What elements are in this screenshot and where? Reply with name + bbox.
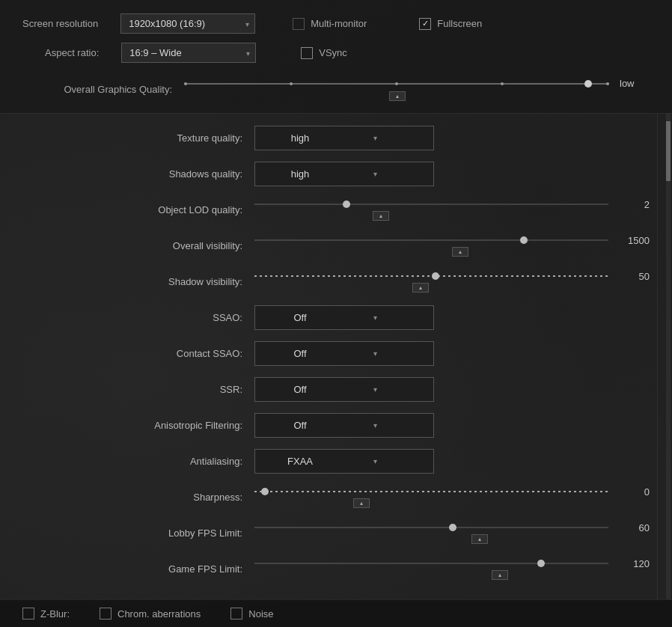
shadows-quality-control: high▾ xyxy=(254,162,650,186)
overall-visibility-slider-track[interactable] xyxy=(254,239,608,241)
shadow-visibility-slider-track[interactable] xyxy=(254,275,608,277)
scrollbar-thumb[interactable] xyxy=(666,121,671,181)
lobby-fps-slider-thumb[interactable] xyxy=(449,524,456,531)
antialiasing-dropdown-btn[interactable]: FXAA▾ xyxy=(254,449,434,474)
z-blur-label: Z-Blur: xyxy=(40,608,70,620)
overall-quality-dots xyxy=(184,82,609,85)
lobby-fps-slider-container: 60▴ xyxy=(254,522,650,544)
sharpness-expand-btn[interactable]: ▴ xyxy=(353,498,370,508)
contact-ssao-label: Contact SSAO: xyxy=(90,348,254,359)
scrollbar-area[interactable] xyxy=(657,114,672,599)
sharpness-slider-thumb[interactable] xyxy=(261,488,269,495)
vsync-checkbox[interactable] xyxy=(301,47,313,59)
shadow-visibility-control: 50▴ xyxy=(254,271,650,293)
ssr-dropdown-btn[interactable]: Off▾ xyxy=(254,377,434,402)
aspect-ratio-select[interactable]: 16:9 – Wide xyxy=(121,43,256,63)
overall-quality-thumb[interactable] xyxy=(584,80,592,88)
overall-visibility-control: 1500▴ xyxy=(254,235,650,257)
game-fps-slider-value: 120 xyxy=(616,558,650,569)
ssao-dropdown-btn[interactable]: Off▾ xyxy=(254,305,434,330)
fullscreen-checkbox[interactable] xyxy=(419,18,431,30)
multi-monitor-group[interactable]: Multi-monitor xyxy=(293,18,367,30)
shadow-visibility-label: Shadow visibility: xyxy=(90,276,254,287)
shadows-quality-arrow-icon: ▾ xyxy=(337,170,412,178)
texture-quality-dropdown-btn[interactable]: high▾ xyxy=(254,126,434,150)
overall-visibility-expand-btn[interactable]: ▴ xyxy=(452,247,468,257)
settings-container: Screen resolution 1920x1080 (16:9) ▾ Mul… xyxy=(0,0,672,627)
setting-row-anisotropic-filtering: Anisotropic Filtering:Off▾ xyxy=(90,407,657,443)
game-fps-expand-btn[interactable]: ▴ xyxy=(492,570,508,580)
sharpness-label: Sharpness: xyxy=(90,492,254,503)
z-blur-group[interactable]: Z-Blur: xyxy=(22,608,70,620)
vsync-group[interactable]: VSync xyxy=(301,47,347,59)
shadows-quality-label: Shadows quality: xyxy=(90,168,254,180)
object-lod-slider-track[interactable] xyxy=(254,204,608,205)
game-fps-slider-track[interactable] xyxy=(254,563,608,564)
fullscreen-label: Fullscreen xyxy=(437,18,482,29)
object-lod-expand-btn[interactable]: ▴ xyxy=(373,211,389,221)
ssr-value: Off xyxy=(263,384,337,395)
setting-row-ssr: SSR:Off▾ xyxy=(90,371,657,407)
game-fps-slider-thumb[interactable] xyxy=(537,560,545,567)
anisotropic-filtering-dropdown-wrapper: Off▾ xyxy=(254,413,434,438)
z-blur-checkbox[interactable] xyxy=(22,608,34,620)
lobby-fps-expand-btn[interactable]: ▴ xyxy=(471,534,488,544)
quality-dot-2 xyxy=(290,82,293,85)
left-spacer xyxy=(0,114,90,599)
object-lod-slider-thumb[interactable] xyxy=(343,201,350,208)
shadow-visibility-slider-value: 50 xyxy=(616,271,650,282)
chrom-aberrations-checkbox[interactable] xyxy=(100,608,112,620)
object-lod-slider-value: 2 xyxy=(616,199,650,210)
fullscreen-group[interactable]: Fullscreen xyxy=(419,18,482,30)
vsync-label: VSync xyxy=(319,47,347,58)
anisotropic-filtering-dropdown-btn[interactable]: Off▾ xyxy=(254,413,434,438)
noise-group[interactable]: Noise xyxy=(230,608,273,620)
screen-resolution-wrapper: 1920x1080 (16:9) ▾ xyxy=(120,13,255,34)
sharpness-slider-container: 0▴ xyxy=(254,486,650,508)
lobby-fps-control: 60▴ xyxy=(254,522,650,544)
aspect-ratio-label: Aspect ratio: xyxy=(45,47,99,58)
contact-ssao-dropdown-wrapper: Off▾ xyxy=(254,341,434,366)
setting-row-object-lod: Object LOD quality:2▴ xyxy=(90,192,657,227)
sharpness-slider-track[interactable] xyxy=(254,491,608,492)
sharpness-slider-line: 0 xyxy=(254,486,650,498)
object-lod-control: 2▴ xyxy=(254,199,650,221)
multi-monitor-checkbox[interactable] xyxy=(293,18,305,30)
contact-ssao-dropdown-btn[interactable]: Off▾ xyxy=(254,341,434,366)
aspect-row: Aspect ratio: 16:9 – Wide ▾ VSync xyxy=(22,43,650,63)
screen-resolution-select[interactable]: 1920x1080 (16:9) xyxy=(120,13,255,34)
scrollbar-track[interactable] xyxy=(666,114,671,599)
chrom-aberrations-group[interactable]: Chrom. aberrations xyxy=(100,608,201,620)
aspect-ratio-wrapper: 16:9 – Wide ▾ xyxy=(121,43,256,63)
lobby-fps-slider-track[interactable] xyxy=(254,527,608,528)
ssao-label: SSAO: xyxy=(90,312,254,323)
lobby-fps-slider-line: 60 xyxy=(254,522,650,533)
lobby-fps-label: Lobby FPS Limit: xyxy=(90,527,254,539)
lobby-fps-slider-value: 60 xyxy=(616,522,650,533)
shadow-visibility-slider-thumb[interactable] xyxy=(432,272,439,280)
antialiasing-arrow-icon: ▾ xyxy=(337,457,412,465)
shadows-quality-dropdown-btn[interactable]: high▾ xyxy=(254,162,434,186)
top-bar: Screen resolution 1920x1080 (16:9) ▾ Mul… xyxy=(0,0,672,114)
overall-visibility-slider-container: 1500▴ xyxy=(254,235,650,257)
antialiasing-label: Antialiasing: xyxy=(90,456,254,467)
sharpness-slider-value: 0 xyxy=(616,486,650,498)
texture-quality-label: Texture quality: xyxy=(90,132,254,144)
overall-quality-track[interactable] xyxy=(184,83,609,85)
ssao-arrow-icon: ▾ xyxy=(337,314,412,322)
object-lod-slider-container: 2▴ xyxy=(254,199,650,221)
anisotropic-filtering-control: Off▾ xyxy=(254,413,650,438)
overall-visibility-slider-thumb[interactable] xyxy=(520,236,528,244)
ssao-value: Off xyxy=(263,312,337,323)
shadow-visibility-slider-container: 50▴ xyxy=(254,271,650,293)
overall-visibility-label: Overall visibility: xyxy=(90,240,254,251)
shadow-visibility-expand-btn[interactable]: ▴ xyxy=(412,283,429,293)
object-lod-label: Object LOD quality: xyxy=(90,204,254,215)
quality-dot-4 xyxy=(501,82,504,85)
bottom-bar: Z-Blur: Chrom. aberrations Noise xyxy=(0,599,672,627)
setting-row-contact-ssao: Contact SSAO:Off▾ xyxy=(90,335,657,371)
noise-checkbox[interactable] xyxy=(230,608,242,620)
overall-quality-expand[interactable]: ▴ xyxy=(389,91,406,101)
texture-quality-dropdown-wrapper: high▾ xyxy=(254,126,434,150)
setting-row-ssao: SSAO:Off▾ xyxy=(90,299,657,335)
